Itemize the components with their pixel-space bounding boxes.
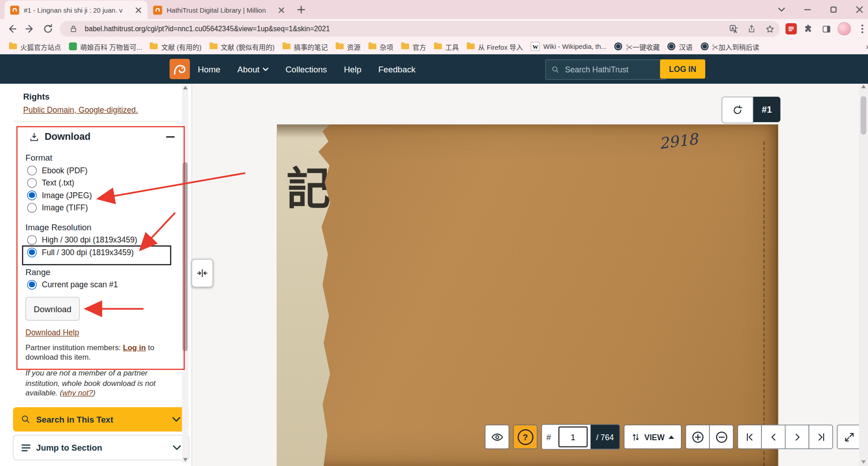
bookmark-item[interactable]: 火狐官方站点 bbox=[6, 40, 65, 53]
scrollbar-up-arrow[interactable] bbox=[183, 86, 187, 90]
log-in-link[interactable]: Log in bbox=[123, 343, 146, 352]
bookmark-item[interactable]: 杂项 bbox=[365, 40, 397, 53]
folder-icon bbox=[434, 43, 442, 49]
folder-icon bbox=[467, 43, 475, 49]
bookmark-item[interactable]: 文献 (貌似有用的) bbox=[206, 40, 278, 53]
scrollbar-thumb[interactable] bbox=[183, 162, 188, 352]
close-window-button[interactable] bbox=[847, 0, 868, 19]
bookmark-item[interactable]: 官方 bbox=[398, 40, 429, 53]
bookmark-item[interactable]: 文献 (有用的) bbox=[146, 40, 205, 53]
menu-dots-icon[interactable] bbox=[856, 22, 868, 36]
folder-icon bbox=[9, 43, 17, 49]
side-panel-icon[interactable] bbox=[820, 22, 833, 36]
radio-resolution-high[interactable]: High / 300 dpi (1819x3459) bbox=[27, 235, 192, 244]
bookmark-item[interactable]: 工具 bbox=[431, 40, 462, 53]
forward-button[interactable] bbox=[22, 20, 39, 38]
lock-icon[interactable] bbox=[67, 22, 80, 36]
tab-close-icon[interactable] bbox=[134, 5, 143, 14]
collapse-arrows-icon bbox=[197, 268, 208, 279]
nav-about[interactable]: About bbox=[237, 64, 269, 74]
tab-title: #1 - Lingnan shi shi ji : 20 juan. v bbox=[24, 6, 130, 14]
zoom-out-button[interactable] bbox=[709, 425, 734, 449]
bookmark-item[interactable]: 汉语 bbox=[664, 40, 696, 53]
first-page-button[interactable] bbox=[737, 425, 762, 449]
bookmark-item[interactable]: ✂一键收藏 bbox=[611, 40, 663, 53]
address-bar[interactable]: babel.hathitrust.org/cgi/pt?id=nnc1.cu05… bbox=[60, 21, 780, 37]
radio-circle[interactable] bbox=[27, 235, 37, 244]
chevron-down-icon bbox=[172, 417, 180, 422]
scrollbar-down-arrow[interactable] bbox=[861, 461, 866, 464]
tab-hathitrust-home[interactable]: HathiTrust Digital Library | Million bbox=[147, 0, 290, 19]
collapse-sidebar-handle[interactable] bbox=[192, 259, 213, 288]
tab-search-chevron-icon[interactable] bbox=[769, 0, 795, 19]
url-text[interactable]: babel.hathitrust.org/cgi/pt?id=nnc1.cu05… bbox=[85, 25, 722, 33]
profile-avatar[interactable] bbox=[838, 22, 851, 36]
tab-current-page[interactable]: #1 - Lingnan shi shi ji : 20 juan. v bbox=[5, 0, 147, 19]
tab-close-icon[interactable] bbox=[277, 5, 286, 14]
handwritten-shelf-number: 2918 bbox=[658, 130, 698, 152]
radio-range-current-page[interactable]: Current page scan #1 bbox=[27, 280, 192, 289]
nav-collections[interactable]: Collections bbox=[286, 64, 327, 74]
radio-format-jpeg[interactable]: Image (JPEG) bbox=[27, 190, 192, 200]
radio-resolution-full[interactable]: Full / 300 dpi (1819x3459) bbox=[27, 248, 192, 257]
sidebar-scrollbar[interactable] bbox=[182, 85, 189, 463]
zoom-in-button[interactable] bbox=[685, 425, 710, 449]
download-button[interactable]: Download bbox=[25, 297, 80, 321]
page-scrollbar[interactable] bbox=[859, 84, 868, 466]
radio-circle[interactable] bbox=[27, 190, 37, 200]
rotate-page-button[interactable] bbox=[722, 97, 753, 124]
rights-link[interactable]: Public Domain, Google-digitized. bbox=[23, 105, 138, 114]
radio-circle[interactable] bbox=[27, 247, 37, 257]
minimize-button[interactable] bbox=[795, 0, 821, 19]
radio-circle[interactable] bbox=[27, 280, 37, 289]
help-button[interactable]: ? bbox=[513, 425, 538, 449]
maximize-button[interactable] bbox=[821, 0, 847, 19]
bookmark-item[interactable]: 萌娘百科 万物皆可... bbox=[66, 40, 146, 53]
scrollbar-up-arrow[interactable] bbox=[861, 85, 866, 89]
site-search-box[interactable] bbox=[545, 59, 666, 80]
reload-button[interactable] bbox=[40, 20, 57, 38]
book-page-scan[interactable]: 嶺南實事記 2918 bbox=[277, 124, 778, 466]
translate-icon[interactable] bbox=[727, 22, 741, 36]
nav-feedback[interactable]: Feedback bbox=[378, 64, 415, 74]
share-icon[interactable] bbox=[745, 22, 759, 36]
extension-icon[interactable] bbox=[786, 23, 797, 34]
puzzle-extensions-icon[interactable] bbox=[802, 22, 815, 36]
radio-circle[interactable] bbox=[27, 203, 37, 212]
hathitrust-logo[interactable] bbox=[170, 59, 190, 79]
bookmark-star-icon[interactable] bbox=[763, 22, 777, 36]
download-help-link[interactable]: Download Help bbox=[25, 328, 79, 337]
bookmark-item[interactable]: ✂加入到稍后读 bbox=[697, 40, 763, 53]
radio-format-pdf[interactable]: Ebook (PDF) bbox=[27, 166, 192, 175]
next-page-button[interactable] bbox=[785, 425, 809, 449]
scrollbar-thumb[interactable] bbox=[861, 96, 867, 135]
page-visibility-button[interactable] bbox=[485, 425, 509, 449]
nav-help[interactable]: Help bbox=[344, 64, 362, 74]
download-panel-header[interactable]: Download bbox=[29, 131, 175, 143]
collapse-minus-icon[interactable] bbox=[166, 136, 175, 138]
radio-format-txt[interactable]: Text (.txt) bbox=[27, 178, 192, 187]
radio-format-tiff[interactable]: Image (TIFF) bbox=[27, 203, 192, 212]
bookmark-item[interactable]: 资源 bbox=[332, 40, 364, 53]
scrollbar-down-arrow[interactable] bbox=[183, 458, 187, 462]
radio-circle[interactable] bbox=[27, 178, 37, 187]
jump-to-section-button[interactable]: Jump to Section bbox=[13, 435, 189, 460]
page-number-input[interactable] bbox=[558, 427, 588, 447]
format-label: Format bbox=[25, 153, 192, 162]
site-search-input[interactable] bbox=[564, 65, 660, 75]
radio-circle[interactable] bbox=[27, 166, 37, 175]
search-in-this-text-button[interactable]: Search in This Text bbox=[13, 407, 189, 432]
back-button[interactable] bbox=[4, 20, 21, 38]
bookmark-item[interactable]: 搞事的笔记 bbox=[279, 40, 331, 53]
nav-home[interactable]: Home bbox=[198, 64, 221, 74]
fullscreen-button[interactable] bbox=[837, 425, 859, 449]
bookmarks-overflow-chevron[interactable]: » bbox=[863, 42, 868, 51]
last-page-button[interactable] bbox=[809, 425, 833, 449]
view-mode-dropdown[interactable]: VIEW bbox=[624, 425, 682, 449]
why-not-link[interactable]: why not? bbox=[62, 389, 93, 397]
previous-page-button[interactable] bbox=[761, 425, 786, 449]
bookmark-item[interactable]: WWiki - Wikipedia, th... bbox=[528, 40, 610, 53]
new-tab-button[interactable] bbox=[294, 2, 309, 17]
bookmark-item[interactable]: 从 Firefox 导入 bbox=[463, 40, 526, 53]
login-button[interactable]: LOG IN bbox=[660, 59, 705, 79]
